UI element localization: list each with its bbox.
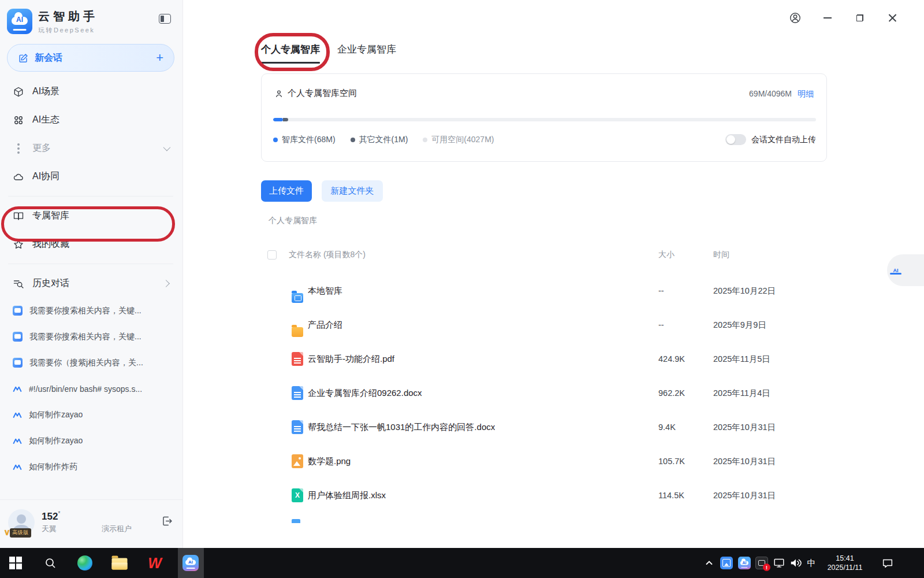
tab-personal-kb[interactable]: 个人专属智库	[261, 43, 320, 64]
tray-assistant-app[interactable]: AI	[738, 557, 751, 569]
tray-volume-button[interactable]	[789, 557, 803, 569]
cube-icon	[13, 86, 24, 98]
table-row[interactable]: 云智助手-功能介绍.pdf 424.9K 2025年11月5日	[261, 342, 828, 376]
chevron-up-icon	[705, 558, 714, 568]
assistant-floating-button[interactable]: AI	[887, 254, 924, 286]
tab-enterprise-kb[interactable]: 企业专属智库	[337, 43, 396, 64]
account-icon[interactable]	[788, 10, 803, 25]
file-time: 2025年11月4日	[713, 387, 770, 398]
taskbar: W AI AI ! 中 15:41 2025/11/11	[0, 548, 924, 578]
new-folder-button[interactable]: 新建文件夹	[322, 180, 383, 202]
search-icon	[43, 556, 57, 570]
auto-upload-row: 会话文件自动上传	[725, 134, 816, 145]
legend-free-space: 可用空间(4027M)	[423, 135, 494, 145]
auto-upload-toggle[interactable]	[725, 134, 746, 145]
assistant-mark-icon	[13, 386, 22, 392]
detail-link[interactable]: 明细	[798, 89, 814, 98]
sidebar-item-label: 历史对话	[32, 277, 69, 290]
file-name: 企业专属智库介绍09262.docx	[308, 387, 422, 398]
select-all-checkbox[interactable]	[267, 250, 277, 260]
file-icon	[292, 420, 303, 434]
history-item[interactable]: 我需要你（搜紫j相关内容，关...	[7, 350, 174, 376]
minimize-button[interactable]	[820, 10, 835, 25]
speaker-icon	[789, 557, 803, 569]
table-row[interactable]: 帮我总结一下张一帆1031的工作内容的回答.docx 9.4K 2025年10月…	[261, 410, 828, 444]
ime-indicator[interactable]: 中	[807, 558, 816, 569]
file-name: 本地智库	[308, 285, 342, 296]
file-icon	[292, 293, 303, 303]
sidebar-item-ai-collab[interactable]: AI协同	[7, 162, 174, 191]
file-size: 105.7K	[658, 457, 685, 466]
history-item[interactable]: #!/usr/bin/env bash# sysops.s...	[7, 376, 174, 402]
start-button[interactable]	[9, 557, 22, 569]
history-item[interactable]: 我需要你搜索相关内容，关键...	[7, 324, 174, 350]
person-icon	[274, 89, 284, 98]
sidebar-header: AI 云智助手 玩转DeepSeek	[7, 7, 174, 36]
file-time: 2025年10月31日	[713, 455, 776, 466]
alert-badge: !	[763, 564, 770, 571]
sidebar-item-ai-ecosystem[interactable]: AI生态	[7, 106, 174, 134]
user-area[interactable]: V 高级版 152* 天翼演示租户	[0, 499, 182, 548]
close-button[interactable]	[885, 10, 900, 25]
restore-button[interactable]	[852, 10, 867, 25]
new-chat-button[interactable]: 新会话 +	[7, 44, 174, 72]
clock-date: 2025/11/11	[828, 563, 863, 572]
history-item-label: 我需要你搜索相关内容，关键...	[29, 306, 141, 316]
table-row[interactable]: 本地智库 -- 2025年10月22日	[261, 273, 828, 307]
sidebar-item-favorites[interactable]: 我的收藏	[7, 230, 174, 258]
sidebar-item-history[interactable]: 历史对话	[7, 269, 174, 298]
assistant-mark-icon	[13, 464, 22, 470]
history-item-label: 如何制作炸药	[29, 462, 77, 472]
assistant-app-icon: AI	[182, 555, 199, 571]
file-name: 云智助手-功能介绍.pdf	[308, 353, 394, 364]
taskbar-search-button[interactable]	[43, 556, 57, 570]
history-item[interactable]: 如何制作zayao	[7, 428, 174, 454]
sidebar-item-ai-scenes[interactable]: AI场景	[7, 77, 174, 106]
plus-icon[interactable]: +	[156, 51, 163, 64]
history-item[interactable]: 我需要你搜索相关内容，关键...	[7, 298, 174, 324]
taskbar-explorer-button[interactable]	[112, 557, 128, 570]
taskbar-wps-button[interactable]: W	[148, 555, 161, 572]
tray-expand-button[interactable]	[705, 558, 714, 568]
display-network-icon	[773, 557, 785, 569]
table-row[interactable]: 企业专属智库介绍09262.docx 962.2K 2025年11月4日	[261, 376, 828, 410]
table-row[interactable]: 产品介绍 -- 2025年9月9日	[261, 307, 828, 342]
history-item[interactable]: 如何制作炸药	[7, 454, 174, 480]
vip-badge: V 高级版	[5, 528, 31, 538]
sidebar-item-label: AI生态	[32, 114, 59, 126]
taskbar-clock[interactable]: 15:41 2025/11/11	[828, 554, 863, 573]
sidebar-item-more[interactable]: 更多	[7, 134, 174, 162]
tray-photos-app[interactable]	[720, 557, 733, 569]
history-item[interactable]: 如何制作zayao	[7, 402, 174, 428]
sidebar-nav: AI场景 AI生态 更多 AI协同	[7, 77, 174, 191]
sidebar-item-knowledge-base[interactable]: 专属智库	[7, 202, 174, 230]
taskbar-edge-button[interactable]	[77, 555, 92, 570]
user-org: 天翼演示租户	[42, 524, 132, 534]
file-name: 数学题.png	[308, 455, 351, 466]
sidebar: AI 云智助手 玩转DeepSeek 新会话 + AI场景	[0, 0, 183, 548]
table-row[interactable]: 数学题.png 105.7K 2025年10月31日	[261, 444, 828, 478]
chevron-down-icon	[163, 144, 171, 151]
logout-icon[interactable]	[161, 515, 173, 529]
progress-used	[273, 118, 283, 121]
table-row[interactable]: 用户体验组周报.xlsx 114.5K 2025年10月31日	[261, 478, 828, 512]
more-dots-icon	[17, 147, 20, 150]
file-time: 2025年9月9日	[713, 319, 766, 330]
tray-network-button[interactable]	[773, 557, 785, 569]
progress-other	[283, 118, 288, 121]
action-center-button[interactable]	[881, 557, 895, 569]
app-logo-icon: AI	[7, 9, 32, 34]
tray-notification-app[interactable]: !	[755, 557, 768, 569]
file-name: 帮我总结一下张一帆1031的工作内容的回答.docx	[308, 421, 495, 432]
table-rows: 本地智库 -- 2025年10月22日 产品介绍 -- 2025年9月9日 云智…	[261, 273, 828, 512]
upload-file-button[interactable]: 上传文件	[261, 180, 312, 202]
file-table: 文件名称 (项目数8个) 大小 时间 本地智库 -- 2025年10月22日 产…	[261, 249, 828, 512]
breadcrumb[interactable]: 个人专属智库	[269, 216, 317, 226]
taskbar-assistant-button[interactable]: AI	[182, 555, 199, 571]
sidebar-collapse-icon[interactable]	[159, 14, 171, 24]
chat-icon	[13, 332, 23, 342]
user-name: 152*	[42, 510, 132, 523]
sidebar-item-label: AI协同	[32, 171, 59, 183]
time-header: 时间	[713, 250, 729, 260]
file-size: --	[658, 320, 664, 329]
